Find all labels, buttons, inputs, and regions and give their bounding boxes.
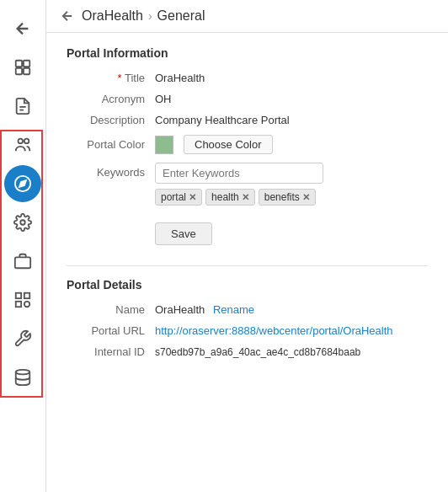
portal-url-value[interactable]: http://oraserver:8888/webcenter/portal/O…	[155, 324, 393, 337]
name-row: Name OraHealth Rename	[67, 303, 428, 316]
name-value-row: OraHealth Rename	[155, 303, 254, 316]
title-value: OraHealth	[155, 72, 205, 84]
sidebar-item-components[interactable]	[4, 281, 41, 318]
acronym-row: Acronym OH	[67, 93, 428, 105]
keywords-label: Keywords	[67, 163, 155, 179]
svg-marker-9	[19, 180, 26, 187]
keywords-input[interactable]	[155, 163, 323, 184]
internal-id-label: Internal ID	[67, 345, 155, 358]
title-row: Title OraHealth	[67, 72, 428, 84]
save-row: Save	[67, 214, 428, 259]
sidebar-item-members[interactable]	[4, 126, 41, 163]
breadcrumb: OraHealth › General	[82, 8, 205, 24]
color-picker-row: Choose Color	[155, 135, 273, 154]
tag-label-benefits: benefits	[264, 191, 300, 203]
portal-url-row: Portal URL http://oraserver:8888/webcent…	[67, 324, 428, 337]
sidebar-item-back[interactable]	[4, 10, 41, 47]
tag-portal: portal ✕	[155, 189, 202, 206]
portal-color-row: Portal Color Choose Color	[67, 135, 428, 154]
breadcrumb-current: General	[157, 8, 205, 24]
tag-label-health: health	[211, 191, 239, 203]
back-button[interactable]	[60, 8, 75, 24]
sidebar-item-settings[interactable]	[4, 204, 41, 241]
svg-rect-13	[16, 293, 21, 298]
choose-color-button[interactable]: Choose Color	[184, 135, 273, 154]
keywords-row: Keywords portal ✕ health ✕ benefits ✕	[67, 163, 428, 206]
tag-benefits: benefits ✕	[259, 189, 316, 206]
name-label: Name	[67, 303, 155, 316]
title-label: Title	[67, 72, 155, 84]
main-content: OraHealth › General Portal Information T…	[46, 0, 448, 492]
header: OraHealth › General	[46, 0, 448, 33]
svg-rect-15	[16, 302, 21, 307]
svg-point-10	[20, 220, 25, 225]
section-divider	[67, 265, 428, 266]
svg-rect-11	[15, 257, 30, 268]
color-swatch[interactable]	[155, 136, 173, 154]
tag-close-health[interactable]: ✕	[242, 192, 249, 203]
tag-close-portal[interactable]: ✕	[189, 192, 196, 203]
svg-point-16	[24, 302, 29, 307]
internal-id-value: s70edb97b_a9a6_40ac_ae4c_cd8b7684baab	[155, 346, 360, 358]
breadcrumb-separator: ›	[148, 9, 152, 23]
portal-url-label: Portal URL	[67, 324, 155, 337]
content-area: Portal Information Title OraHealth Acron…	[46, 33, 448, 492]
portal-information-title: Portal Information	[67, 46, 428, 60]
rename-link[interactable]: Rename	[213, 303, 254, 316]
svg-rect-3	[24, 68, 29, 74]
svg-rect-1	[24, 61, 29, 67]
acronym-label: Acronym	[67, 93, 155, 105]
svg-rect-2	[16, 68, 22, 74]
breadcrumb-parent[interactable]: OraHealth	[82, 8, 143, 24]
tag-label-portal: portal	[161, 191, 186, 203]
description-label: Description	[67, 114, 155, 126]
portal-details-title: Portal Details	[67, 278, 428, 291]
svg-rect-14	[24, 293, 29, 298]
tag-health: health ✕	[205, 189, 255, 206]
svg-point-7	[24, 139, 29, 144]
sidebar-item-tools[interactable]	[4, 320, 41, 357]
save-button[interactable]: Save	[155, 222, 212, 245]
name-value: OraHealth	[155, 303, 205, 316]
svg-point-6	[19, 139, 24, 144]
sidebar-item-documents[interactable]	[4, 88, 41, 125]
sidebar-item-compass[interactable]	[4, 165, 41, 202]
svg-rect-0	[16, 61, 22, 67]
tag-close-benefits[interactable]: ✕	[302, 192, 310, 203]
svg-point-17	[16, 370, 30, 375]
internal-id-row: Internal ID s70edb97b_a9a6_40ac_ae4c_cd8…	[67, 345, 428, 358]
keywords-tags: portal ✕ health ✕ benefits ✕	[155, 189, 323, 206]
sidebar-item-database[interactable]	[4, 359, 41, 396]
description-row: Description Company Healthcare Portal	[67, 114, 428, 126]
sidebar-item-pages[interactable]	[4, 49, 41, 86]
portal-color-label: Portal Color	[67, 138, 155, 151]
sidebar-item-briefcase[interactable]	[4, 243, 41, 280]
keywords-section: portal ✕ health ✕ benefits ✕	[155, 163, 323, 206]
description-value: Company Healthcare Portal	[155, 114, 290, 126]
acronym-value: OH	[155, 93, 172, 105]
